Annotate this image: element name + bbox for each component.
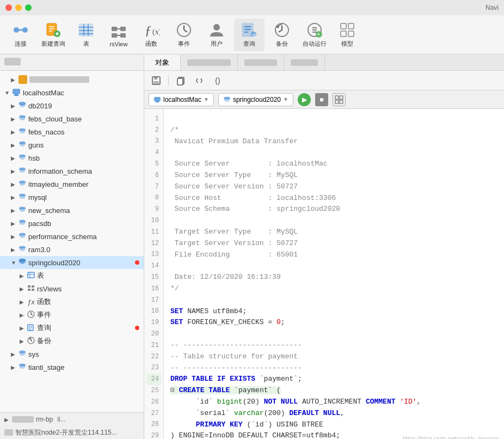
toolbar-backup[interactable]: 备份 [267,19,297,51]
svg-rect-43 [341,31,346,36]
toolbar-rsview[interactable]: rsView [103,19,134,51]
chaxun-label: 查询 [37,323,51,333]
tianti-stage-icon [19,363,26,372]
svg-rect-47 [14,95,19,96]
rsviews-label: rsViews [37,285,62,293]
guns-label: guns [28,141,44,149]
sidebar-item-guns[interactable]: ▶ guns [0,138,144,151]
sidebar-item-information-schema[interactable]: ▶ information_schema [0,164,144,178]
sidebar-item-ram30[interactable]: ▶ ram3.0 [0,243,144,256]
tree-arrow-localhostmac: ▼ [4,90,12,96]
toolbar-connect[interactable]: 连接 [5,19,36,51]
shijian-label: 事件 [37,310,51,320]
sidebar-item-chaxun[interactable]: ▶ 查询 [0,321,144,334]
more-label: 智慧医院node2-开发荒尘114.115... [15,428,117,437]
tab-blurred-3[interactable] [284,54,325,70]
sidebar-item-performance-schema[interactable]: ▶ performance_schema [0,230,144,243]
tab-blurred-2[interactable] [238,54,284,70]
sidebar-item-tianti-stage[interactable]: ▶ tianti_stage [0,361,144,374]
backup-icon [273,21,291,39]
tree-arrow-pacsdb: ▶ [11,221,19,227]
sidebar-item-new-schema[interactable]: ▶ new_schema [0,204,144,217]
sidebar-item-rsviews[interactable]: ▶ rsViews [0,282,144,295]
sidebar-item-febs-nacos[interactable]: ▶ febs_nacos [0,125,144,138]
sidebar-item-beifen[interactable]: ▶ 备份 [0,334,144,347]
sidebar-top [0,54,144,71]
sidebar-item-mysql[interactable]: ▶ mysql [0,191,144,204]
toolbar-auto-run[interactable]: 自动运行 [299,19,330,51]
close-button[interactable] [5,4,12,11]
sidebar-item-hsb[interactable]: ▶ hsb [0,151,144,164]
sidebar-item-rm-bp[interactable]: ▶ rm-bp il... [0,413,144,426]
sidebar-item-pacsdb[interactable]: ▶ pacsdb [0,217,144,230]
beifen-label: 备份 [37,336,51,346]
sidebar-item-more[interactable]: 智慧医院node2-开发荒尘114.115... [0,426,144,439]
minimize-button[interactable] [15,4,22,11]
tree-arrow-information-schema: ▶ [11,168,19,174]
toolbar-model[interactable]: 模型 [332,19,362,51]
toolbar-query[interactable]: Q 查询 [234,19,265,51]
tree-arrow-performance-schema: ▶ [11,234,19,240]
sidebar-item-shijian[interactable]: ▶ 事件 [0,308,144,321]
sidebar-item-tencentcdb[interactable]: ▶ [0,73,144,86]
febs-nacos-label: febs_nacos [28,128,65,136]
localhostmac-label: localhostMac [23,89,64,97]
toolbar-new-query[interactable]: 新建查询 [38,19,69,51]
performance-schema-icon [19,232,26,241]
paren-button[interactable]: () [210,73,225,88]
paren-label: () [215,76,220,85]
tree-arrow-guns: ▶ [11,142,19,148]
sidebar-item-hanshu[interactable]: ▶ ƒx 函数 [0,295,144,308]
mysql-icon [19,193,26,202]
tree-arrow-febs-cloud-base: ▶ [11,116,19,122]
tab-blurred-1[interactable] [181,54,238,70]
stop-button[interactable]: ■ [315,93,328,106]
copy-button[interactable] [173,73,188,88]
tab-object[interactable]: 对象 [144,54,181,70]
sidebar-item-localhostmac[interactable]: ▼ localhostMac [0,86,144,99]
tree-arrow-new-schema: ▶ [11,208,19,214]
guns-icon [19,141,26,150]
rsview-label: rsView [110,41,128,47]
stop-icon: ■ [319,96,323,103]
sidebar-item-febs-cloud-base[interactable]: ▶ febs_cloud_base [0,112,144,125]
tianti-stage-label: tianti_stage [28,363,65,371]
tree-arrow-db2019: ▶ [11,103,19,109]
sidebar-item-itmayiedu[interactable]: ▶ itmayiedu_member [0,178,144,191]
tree-arrow-itmayiedu: ▶ [11,181,19,187]
tencentcdb-label-blurred [29,76,89,83]
toolbar-table[interactable]: 表 [71,19,101,51]
sidebar-item-db2019[interactable]: ▶ db2019 [0,99,144,112]
chaxun-icon [27,324,35,333]
beifen-icon [27,337,35,346]
db2019-label: db2019 [28,102,52,110]
toolbar-user[interactable]: 用户 [201,19,232,51]
tree-arrow-tianti-stage: ▶ [11,364,19,370]
save-button[interactable] [149,73,164,88]
sidebar: ▶ ▼ localhostMac ▶ db2019 [0,54,144,439]
format-button[interactable] [192,73,207,88]
tree-arrow-febs-nacos: ▶ [11,129,19,135]
code-editor[interactable]: 1 2 3 4 5 6 7 8 9 10 11 12 13 14 15 16 1… [144,109,504,439]
svg-rect-69 [32,289,34,291]
database-selector[interactable]: springcloud2020 ▼ [218,93,293,106]
toolbar-event[interactable]: 事件 [169,19,199,51]
svg-rect-46 [15,94,18,95]
toolbar-func[interactable]: ƒ (x) 函数 [136,19,167,51]
sidebar-item-biao[interactable]: ▶ 表 [0,269,144,282]
rm-bp-icon-blurred [12,416,34,423]
maximize-button[interactable] [25,4,32,11]
code-content[interactable]: /* Navicat Premium Data Transfer Source … [164,109,504,439]
sidebar-item-springcloud2020[interactable]: ▼ springcloud2020 [0,256,144,269]
connection-selector[interactable]: localhostMac ▼ [149,93,214,106]
conn-bar: localhostMac ▼ springcloud2020 ▼ ▶ ■ [144,90,504,109]
tree-arrow-sys: ▶ [11,351,19,357]
svg-rect-19 [120,33,126,38]
svg-text:Q: Q [253,33,256,38]
tree-arrow-ram30: ▶ [11,247,19,253]
sidebar-item-sys[interactable]: ▶ sys [0,347,144,361]
hanshu-icon: ƒx [27,298,35,306]
explain-button[interactable] [333,93,346,106]
run-button[interactable]: ▶ [298,93,311,106]
tree-arrow-rsviews: ▶ [20,286,27,292]
